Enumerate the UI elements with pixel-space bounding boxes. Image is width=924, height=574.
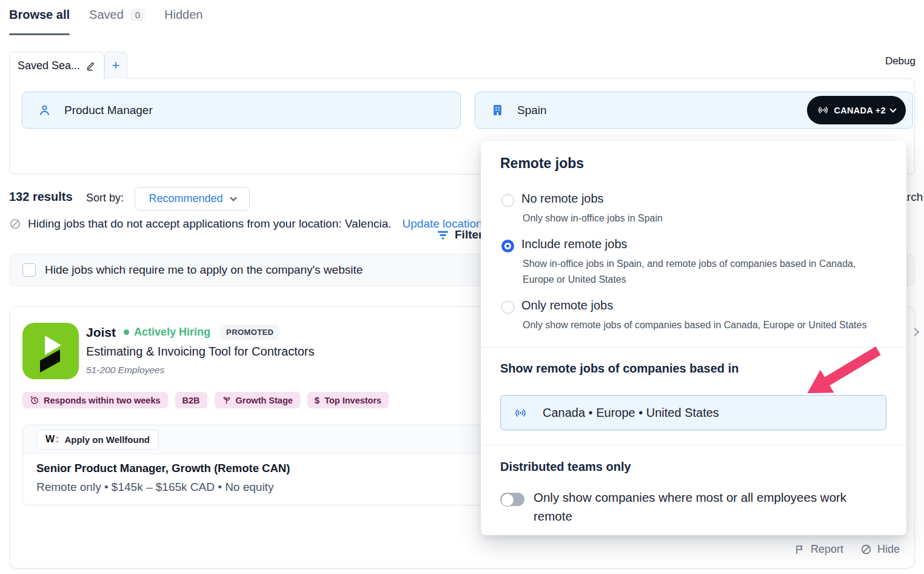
hide-circle-slash-icon [860,544,872,555]
radio-no-remote-label[interactable]: No remote jobs [521,192,604,206]
remote-scope-pill[interactable]: CANADA +2 [807,96,906,124]
saved-search-tab-label: Saved Sea... [18,59,80,72]
clock-icon [30,396,39,405]
update-location-link[interactable]: Update location [403,217,483,231]
location-search-input[interactable]: Spain CANADA +2 [475,92,913,129]
wellfound-logo-mark: W [45,434,55,445]
based-in-title: Show remote jobs of companies based in [500,362,738,376]
broadcast-icon [514,407,527,419]
company-header: Joist Actively Hiring PROMOTED [86,325,280,340]
sort-by-label: Sort by: [86,192,124,204]
badge-label: Responds within two weeks [44,396,161,405]
active-tab-underline [9,33,70,35]
actively-hiring-label: Actively Hiring [134,326,210,339]
tab-saved[interactable]: Saved 0 [89,8,145,22]
saved-count-badge: 0 [130,8,145,21]
broadcast-icon [817,104,829,116]
results-count: 132 results [9,190,73,204]
dollar-icon: $ [315,395,320,405]
radio-no-remote[interactable] [501,194,514,207]
apply-button-label: Apply on Wellfound [64,434,150,445]
saved-search-tab[interactable]: Saved Sea... [9,52,104,79]
sort-select[interactable]: Recommended [135,187,250,211]
annotation-arrow [802,346,885,397]
wellfound-logo-colon: : [56,434,59,445]
role-input-value: Product Manager [64,104,153,117]
divider [481,445,906,445]
role-search-input[interactable]: Product Manager [22,92,461,129]
company-logo[interactable] [22,323,79,379]
card-expand-chevron[interactable] [912,326,918,337]
tab-browse-all[interactable]: Browse all [9,8,70,22]
hide-apply-checkbox[interactable] [22,263,36,277]
flag-icon [794,544,805,555]
radio-include-remote-label[interactable]: Include remote jobs [521,237,628,251]
location-input-value: Spain [517,104,547,117]
badge-growth-stage: Growth Stage [215,392,300,408]
badge-label: Top Investors [324,396,381,405]
filter-icon [437,229,449,241]
hide-apply-checkbox-label: Hide jobs which require me to apply on t… [45,263,363,277]
chevron-down-icon [230,194,236,201]
plus-icon: + [112,59,120,72]
radio-include-remote[interactable] [501,240,514,252]
chevron-down-icon [889,106,896,112]
apply-on-wellfound-button[interactable]: W: Apply on Wellfound [36,430,159,450]
popup-title: Remote jobs [500,155,584,172]
card-actions: Report Hide [794,543,900,556]
hide-label: Hide [877,543,900,556]
top-tab-bar: Browse all Saved 0 Hidden [9,8,203,22]
company-badges: Responds within two weeks B2B Growth Sta… [22,392,389,408]
based-in-input[interactable]: Canada • Europe • United States [500,395,886,430]
radio-no-remote-desc: Only show in-office jobs in Spain [523,211,663,226]
no-entry-icon [9,218,21,230]
sort-value: Recommended [149,192,223,205]
notice-text: Hiding jobs that do not accept applicati… [28,217,392,231]
radio-include-remote-desc: Show in-office jobs in Spain, and remote… [523,256,886,288]
hide-button[interactable]: Hide [860,543,900,556]
badge-label: Growth Stage [236,396,293,405]
distributed-toggle[interactable] [500,493,524,506]
badge-top-investors: $ Top Investors [307,392,389,408]
debug-button[interactable]: Debug [867,55,916,67]
seedling-icon [222,396,231,405]
tab-hidden[interactable]: Hidden [164,8,203,22]
remote-pill-label: CANADA +2 [834,106,886,115]
building-icon [491,104,504,116]
remote-jobs-popup: Remote jobs No remote jobs Only show in-… [481,141,906,535]
radio-only-remote-desc: Only show remote jobs of companies based… [523,317,866,333]
company-tagline: Estimating & Invoicing Tool for Contract… [86,345,314,359]
report-label: Report [811,543,843,556]
person-icon [38,104,51,116]
based-in-value: Canada • Europe • United States [543,406,719,420]
distributed-title: Distributed teams only [500,460,631,474]
promoted-badge: PROMOTED [220,325,280,340]
edit-pencil-icon[interactable] [85,61,96,71]
job-search-page: Browse all Saved 0 Hidden Saved Sea... +… [0,0,924,574]
company-size: 51-200 Employees [86,365,164,376]
radio-only-remote-label[interactable]: Only remote jobs [521,299,613,312]
tab-saved-label: Saved [89,8,124,22]
add-saved-search-tab[interactable]: + [104,52,127,79]
distributed-toggle-label: Only show companies where most or all em… [534,488,882,525]
badge-b2b: B2B [175,392,207,408]
report-button[interactable]: Report [794,543,843,556]
hiring-dot-icon [124,329,129,335]
company-name[interactable]: Joist [86,325,116,340]
badge-label: B2B [182,396,200,405]
badge-responds: Responds within two weeks [22,392,168,408]
radio-only-remote[interactable] [501,301,514,314]
